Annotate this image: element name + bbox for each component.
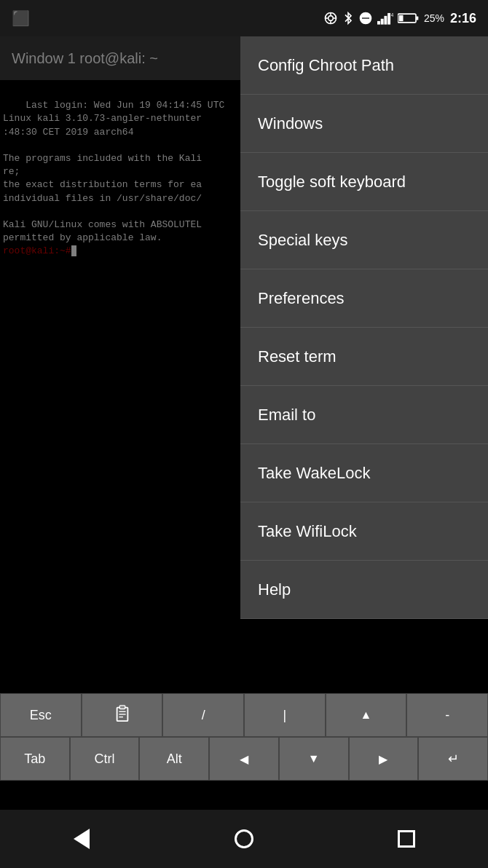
- special-keyboard: Esc / | ▲ -: [0, 693, 488, 781]
- clipboard-key[interactable]: [82, 693, 163, 737]
- target-icon: [323, 11, 338, 25]
- dropdown-menu: Config Chroot Path Windows Toggle soft k…: [240, 36, 488, 619]
- menu-item-windows[interactable]: Windows: [240, 95, 488, 153]
- alt-key[interactable]: Alt: [139, 737, 209, 781]
- recents-button[interactable]: [385, 817, 428, 861]
- svg-rect-14: [416, 17, 418, 20]
- bluetooth-icon: [342, 11, 354, 25]
- minus-key[interactable]: -: [406, 693, 488, 737]
- menu-item-special-keys[interactable]: Special keys: [240, 211, 488, 269]
- svg-rect-8: [377, 21, 380, 25]
- return-key[interactable]: ↵: [418, 737, 488, 781]
- android-nav-bar: [0, 810, 488, 868]
- svg-rect-7: [362, 17, 369, 19]
- battery-percentage: 25%: [424, 12, 444, 24]
- esc-key[interactable]: Esc: [0, 693, 82, 737]
- arrow-left-key[interactable]: ◀: [209, 737, 279, 781]
- ctrl-key[interactable]: Ctrl: [70, 737, 140, 781]
- status-icons: 4G 25%: [323, 11, 444, 25]
- back-icon: [74, 829, 90, 849]
- menu-item-take-wakelock[interactable]: Take WakeLock: [240, 444, 488, 502]
- svg-rect-15: [399, 15, 404, 21]
- slash-key[interactable]: /: [162, 693, 244, 737]
- back-button[interactable]: [60, 817, 103, 861]
- tab-key[interactable]: Tab: [0, 737, 70, 781]
- menu-item-preferences[interactable]: Preferences: [240, 269, 488, 328]
- status-bar-right: 4G 25% 2:16: [323, 11, 476, 26]
- menu-item-help[interactable]: Help: [240, 561, 488, 619]
- pipe-key[interactable]: |: [244, 693, 326, 737]
- menu-item-email-to[interactable]: Email to: [240, 386, 488, 444]
- svg-rect-9: [381, 19, 384, 25]
- svg-rect-11: [387, 13, 390, 25]
- menu-item-config-chroot-path[interactable]: Config Chroot Path: [240, 36, 488, 95]
- monitor-icon: ⬛: [12, 9, 30, 27]
- status-bar-left: ⬛: [12, 9, 30, 27]
- battery-icon: [398, 12, 420, 25]
- menu-item-toggle-soft-keyboard[interactable]: Toggle soft keyboard: [240, 153, 488, 211]
- svg-rect-17: [119, 705, 125, 709]
- svg-text:4G: 4G: [391, 12, 393, 17]
- home-button[interactable]: [222, 817, 266, 861]
- keyboard-row-2: Tab Ctrl Alt ◀ ▼ ▶ ↵: [0, 737, 488, 781]
- keyboard-row-1: Esc / | ▲ -: [0, 693, 488, 737]
- recents-icon: [398, 830, 415, 848]
- menu-item-take-wifilock[interactable]: Take WifiLock: [240, 502, 488, 561]
- arrow-down-key[interactable]: ▼: [279, 737, 349, 781]
- svg-rect-10: [384, 16, 387, 25]
- arrow-right-key[interactable]: ▶: [349, 737, 419, 781]
- svg-point-1: [328, 16, 334, 21]
- signal-icon: 4G: [377, 12, 393, 25]
- menu-item-reset-term[interactable]: Reset term: [240, 328, 488, 386]
- home-icon: [235, 829, 253, 848]
- status-bar: ⬛: [0, 0, 488, 36]
- status-time: 2:16: [450, 11, 476, 26]
- menu-overlay[interactable]: [0, 36, 248, 670]
- arrow-up-key[interactable]: ▲: [326, 693, 407, 737]
- minus-circle-icon: [358, 11, 373, 25]
